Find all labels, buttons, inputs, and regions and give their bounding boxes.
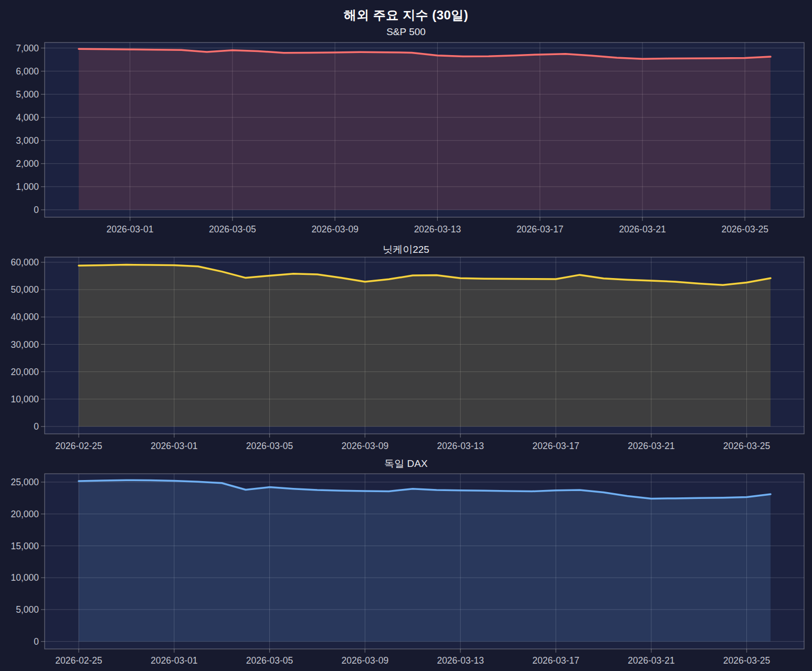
- x-tick-label: 2026-03-05: [246, 441, 293, 451]
- area-fill: [79, 49, 771, 210]
- y-tick-label: 3,000: [16, 135, 39, 146]
- y-tick-label: 5,000: [16, 89, 39, 100]
- y-tick-label: 5,000: [16, 604, 39, 615]
- x-tick-label: 2026-03-13: [437, 441, 484, 451]
- y-tick-label: 60,000: [10, 257, 39, 268]
- x-tick-label: 2026-03-05: [209, 224, 256, 235]
- x-tick-label: 2026-03-09: [342, 655, 389, 666]
- y-tick-label: 0: [34, 205, 39, 215]
- chart-title-dax: 독일 DAX: [0, 457, 812, 471]
- x-tick-label: 2026-03-01: [107, 224, 154, 235]
- figure: 01,0002,0003,0004,0005,0006,0007,0002026…: [0, 0, 812, 671]
- y-tick-label: 7,000: [16, 43, 39, 54]
- chart-2: 05,00010,00015,00020,00025,0002026-02-25…: [10, 474, 804, 666]
- y-tick-label: 30,000: [10, 339, 39, 350]
- main-title: 해외 주요 지수 (30일): [0, 7, 812, 24]
- charts-canvas: 01,0002,0003,0004,0005,0006,0007,0002026…: [0, 0, 812, 671]
- chart-1: 010,00020,00030,00040,00050,00060,000202…: [10, 257, 804, 451]
- y-tick-label: 6,000: [16, 66, 39, 77]
- y-tick-label: 0: [34, 636, 39, 647]
- x-tick-label: 2026-03-05: [246, 655, 293, 666]
- y-tick-label: 1,000: [16, 182, 39, 192]
- x-tick-label: 2026-03-21: [628, 441, 675, 451]
- x-tick-label: 2026-03-09: [342, 441, 389, 451]
- x-tick-label: 2026-03-13: [414, 224, 461, 235]
- y-tick-label: 20,000: [10, 509, 39, 519]
- x-tick-label: 2026-03-25: [723, 655, 771, 666]
- y-tick-label: 50,000: [10, 284, 39, 295]
- x-tick-label: 2026-03-13: [437, 655, 484, 666]
- chart-0: 01,0002,0003,0004,0005,0006,0007,0002026…: [16, 42, 804, 235]
- x-tick-label: 2026-03-01: [151, 441, 198, 451]
- chart-title-nikkei225: 닛케이225: [0, 243, 812, 257]
- y-tick-label: 4,000: [16, 112, 39, 123]
- x-tick-label: 2026-03-17: [532, 441, 579, 451]
- area-fill: [79, 480, 771, 641]
- y-tick-label: 0: [34, 421, 39, 432]
- chart-title-sp500: S&P 500: [0, 26, 812, 38]
- y-tick-label: 25,000: [10, 477, 39, 487]
- x-tick-label: 2026-03-25: [721, 224, 768, 235]
- x-tick-label: 2026-03-21: [619, 224, 666, 235]
- y-tick-label: 15,000: [10, 541, 39, 551]
- y-tick-label: 20,000: [10, 367, 39, 377]
- x-tick-label: 2026-02-25: [55, 441, 102, 451]
- x-tick-label: 2026-03-17: [532, 655, 579, 666]
- area-fill: [79, 265, 771, 427]
- y-tick-label: 40,000: [10, 312, 39, 322]
- x-tick-label: 2026-03-21: [628, 655, 675, 666]
- x-tick-label: 2026-03-01: [151, 655, 198, 666]
- y-tick-label: 10,000: [10, 394, 39, 404]
- x-tick-label: 2026-03-25: [723, 441, 771, 451]
- x-tick-label: 2026-03-09: [311, 224, 358, 235]
- x-tick-label: 2026-02-25: [55, 655, 102, 666]
- x-tick-label: 2026-03-17: [516, 224, 564, 235]
- y-tick-label: 2,000: [16, 158, 39, 169]
- y-tick-label: 10,000: [10, 572, 39, 583]
